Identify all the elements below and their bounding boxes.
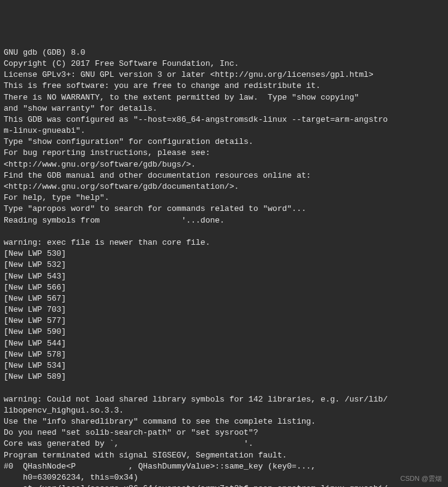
terminal-line: Reading symbols from '...done. [4,215,444,226]
terminal-line: [New LWP 589] [4,371,444,382]
terminal-line: This GDB was configured as "--host=x86_6… [4,114,444,125]
terminal-line: [New LWP 578] [4,349,444,360]
terminal-line: GNU gdb (GDB) 8.0 [4,47,444,58]
terminal-line: <http://www.gnu.org/software/gdb/bugs/>. [4,159,444,170]
terminal-line: Type "apropos word" to search for comman… [4,204,444,215]
terminal-line: warning: exec file is newer than core fi… [4,237,444,248]
terminal-line: [New LWP 543] [4,271,444,282]
terminal-line: [New LWP 534] [4,360,444,371]
terminal-line: and "show warranty" for details. [4,103,444,114]
terminal-line: For bug reporting instructions, please s… [4,148,444,159]
terminal-line: [New LWP 577] [4,315,444,327]
terminal-line: #0 QHashNode<P , QHashDummyValue>::same_… [4,461,444,472]
terminal-line: Copyright (C) 2017 Free Software Foundat… [4,58,444,69]
terminal-line [4,226,444,237]
terminal-line: [New LWP 590] [4,327,444,338]
terminal-line: There is NO WARRANTY, to the extent perm… [4,92,444,103]
terminal-line: <http://www.gnu.org/software/gdb/documen… [4,181,444,192]
terminal-line: [New LWP 544] [4,338,444,349]
terminal-line: [New LWP 530] [4,248,444,259]
terminal-output[interactable]: GNU gdb (GDB) 8.0Copyright (C) 2017 Free… [4,47,444,487]
terminal-line: Find the GDB manual and other documentat… [4,170,444,181]
terminal-line: Use the "info sharedlibrary" command to … [4,416,444,427]
watermark-text: CSDN @雲烟 [401,474,442,483]
terminal-line: Type "show configuration" for configurat… [4,137,444,148]
terminal-line: Program terminated with signal SIGSEGV, … [4,450,444,461]
terminal-line: For help, type "help". [4,192,444,204]
terminal-line: Do you need "set solib-search-path" or "… [4,427,444,438]
terminal-line: warning: Could not load shared library s… [4,394,444,405]
terminal-line: [New LWP 566] [4,282,444,293]
terminal-line: [New LWP 532] [4,259,444,271]
terminal-line [4,382,444,394]
terminal-line: m-linux-gnueabi". [4,125,444,137]
terminal-line: This is free software: you are free to c… [4,81,444,92]
terminal-line: Core was generated by `, '. [4,438,444,449]
terminal-line: at /usr/local/oecore-x86_64/sysroots/arm… [4,483,444,487]
terminal-line: License GPLv3+: GNU GPL version 3 or lat… [4,69,444,81]
terminal-line: libopencv_highgui.so.3.3. [4,405,444,416]
terminal-line: [New LWP 567] [4,293,444,304]
terminal-line: [New LWP 703] [4,304,444,315]
terminal-line: h0=630926234, this=0x34) [4,472,444,483]
